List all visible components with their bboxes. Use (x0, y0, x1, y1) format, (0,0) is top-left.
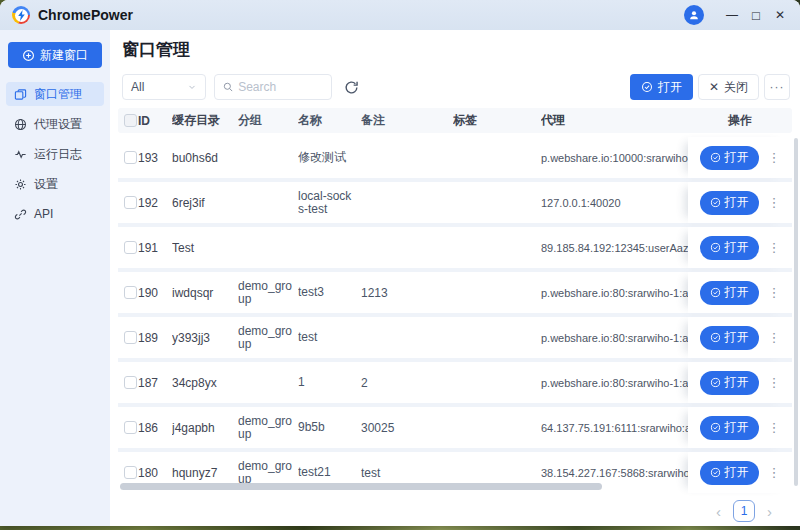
row-open-button[interactable]: 打开 (700, 146, 759, 170)
column-header-group: 分组 (238, 114, 298, 127)
row-checkbox[interactable] (124, 331, 137, 344)
table-row: 187 34cp8yx 1 2 p.webshare.io:80:srarwih… (118, 362, 792, 403)
open-icon (710, 287, 721, 298)
sidebar-item-proxy-settings[interactable]: 代理设置 (6, 112, 104, 136)
bulk-close-label: 关闭 (724, 79, 748, 96)
sidebar: 新建窗口 窗口管理 代理设置 (0, 30, 110, 526)
new-window-button[interactable]: 新建窗口 (8, 42, 102, 68)
row-open-button[interactable]: 打开 (700, 326, 759, 350)
header-checkbox-cell (118, 114, 138, 127)
more-actions-button[interactable]: ··· (764, 74, 790, 100)
cell-proxy: p.webshare.io:10000:srarwiho-1:aton (541, 152, 688, 164)
row-open-label: 打开 (725, 194, 749, 211)
cell-id: 190 (138, 286, 172, 300)
cell-operation: 打开 ⋮ (688, 182, 792, 223)
user-avatar[interactable] (684, 5, 704, 25)
row-more-button[interactable]: ⋮ (768, 466, 781, 479)
row-checkbox[interactable] (124, 286, 137, 299)
window-icon (14, 88, 27, 101)
column-header-remark: 备注 (361, 112, 453, 129)
sidebar-item-run-logs[interactable]: 运行日志 (6, 142, 104, 166)
cell-operation: 打开 ⋮ (688, 317, 792, 358)
cell-id: 192 (138, 196, 172, 210)
table-row: 189 y393jj3 demo_group test p.webshare.i… (118, 317, 792, 358)
cell-operation: 打开 ⋮ (688, 362, 792, 403)
open-icon (641, 81, 653, 93)
sidebar-item-label: 设置 (34, 176, 58, 193)
row-open-button[interactable]: 打开 (700, 371, 759, 395)
open-icon (710, 197, 721, 208)
maximize-button[interactable]: □ (744, 4, 768, 26)
cell-group: demo_group (238, 460, 298, 486)
table-row: 186 j4gapbh demo_group 9b5b 30025 64.137… (118, 407, 792, 448)
cell-proxy: 89.185.84.192:12345:userAazd312:pa (541, 242, 688, 254)
minimize-button[interactable]: — (720, 4, 744, 26)
cell-name: test3 (298, 286, 361, 299)
cell-id: 186 (138, 421, 172, 435)
sidebar-item-settings[interactable]: 设置 (6, 172, 104, 196)
row-checkbox-cell (118, 421, 138, 434)
row-open-button[interactable]: 打开 (700, 191, 759, 215)
row-checkbox[interactable] (124, 466, 137, 479)
api-link-icon (14, 208, 27, 221)
titlebar-controls: — □ ✕ (684, 4, 792, 26)
cell-name: 1 (298, 376, 361, 389)
refresh-icon (344, 80, 359, 95)
row-checkbox[interactable] (124, 151, 137, 164)
vertical-scrollbar[interactable] (794, 138, 798, 486)
row-checkbox[interactable] (124, 241, 137, 254)
cell-cache-dir: y393jj3 (172, 331, 238, 345)
row-more-button[interactable]: ⋮ (768, 331, 781, 344)
cell-id: 191 (138, 241, 172, 255)
cell-id: 193 (138, 151, 172, 165)
logs-icon (14, 148, 27, 161)
row-open-button[interactable]: 打开 (700, 416, 759, 440)
bulk-actions: 打开 ✕ 关闭 ··· (630, 74, 790, 100)
row-more-button[interactable]: ⋮ (768, 196, 781, 209)
row-checkbox[interactable] (124, 196, 137, 209)
horizontal-scrollbar[interactable] (120, 483, 602, 490)
lightning-icon (15, 9, 28, 22)
cell-group: demo_group (238, 280, 298, 306)
cell-cache-dir: bu0hs6d (172, 151, 238, 165)
row-more-button[interactable]: ⋮ (768, 151, 781, 164)
select-all-checkbox[interactable] (124, 114, 137, 127)
column-header-proxy: 代理 (541, 112, 688, 129)
pagination-page-1[interactable]: 1 (733, 500, 755, 522)
table-header-row: ID 缓存目录 分组 名称 备注 标签 代理 操作 (118, 108, 792, 133)
app-body: 新建窗口 窗口管理 代理设置 (0, 30, 800, 526)
group-filter-select[interactable]: All (122, 74, 206, 100)
row-open-button[interactable]: 打开 (700, 461, 759, 485)
row-more-button[interactable]: ⋮ (768, 286, 781, 299)
row-checkbox[interactable] (124, 376, 137, 389)
titlebar: ChromePower — □ ✕ (0, 0, 800, 30)
cell-cache-dir: 6rej3if (172, 196, 238, 210)
cell-operation: 打开 ⋮ (688, 272, 792, 313)
filter-toolbar: All (122, 74, 790, 100)
row-checkbox[interactable] (124, 421, 137, 434)
row-open-button[interactable]: 打开 (700, 236, 759, 260)
column-header-tags: 标签 (453, 112, 541, 129)
pagination-prev-button[interactable]: ‹ (716, 504, 721, 519)
refresh-button[interactable] (344, 80, 359, 95)
row-more-button[interactable]: ⋮ (768, 376, 781, 389)
desktop-background: ChromePower — □ ✕ (0, 0, 800, 530)
bulk-open-button[interactable]: 打开 (630, 74, 693, 100)
close-x-icon: ✕ (709, 80, 719, 94)
row-more-button[interactable]: ⋮ (768, 421, 781, 434)
cell-proxy: 38.154.227.167:5868:srarwiho:atonup (541, 467, 688, 479)
row-open-button[interactable]: 打开 (700, 281, 759, 305)
close-button[interactable]: ✕ (768, 4, 792, 26)
cell-remark: 30025 (361, 421, 453, 435)
group-filter-value: All (131, 80, 144, 94)
table-row: 192 6rej3if local-socks-test 127.0.0.1:4… (118, 182, 792, 223)
column-header-name: 名称 (298, 114, 361, 127)
pagination-next-button[interactable]: › (767, 504, 772, 519)
cell-group: demo_group (238, 415, 298, 441)
row-more-button[interactable]: ⋮ (768, 241, 781, 254)
cell-proxy: p.webshare.io:80:srarwiho-1:atonupx (541, 332, 688, 344)
sidebar-item-api[interactable]: API (6, 202, 104, 226)
sidebar-item-window-management[interactable]: 窗口管理 (6, 82, 104, 106)
search-input[interactable] (238, 80, 323, 94)
bulk-close-button[interactable]: ✕ 关闭 (698, 74, 759, 100)
